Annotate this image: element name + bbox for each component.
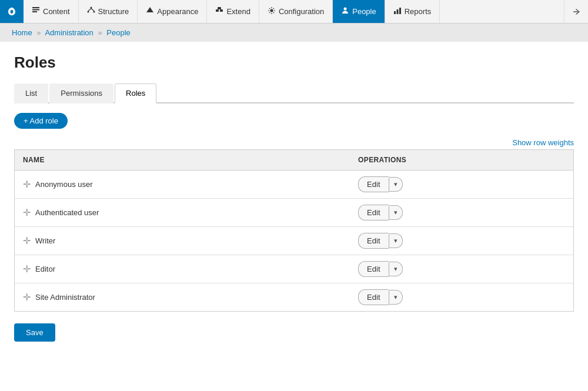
table-row: ✛ Authenticated user Edit ▾ [15,199,574,227]
edit-button[interactable]: Edit [358,261,388,277]
people-icon [341,6,349,16]
svg-point-7 [93,11,95,13]
nav-item-extend[interactable]: Extend [207,0,259,23]
configuration-icon [268,6,276,16]
nav-item-content[interactable]: Content [24,0,79,23]
extend-icon [215,6,223,16]
table-header-row: NAME OPERATIONS [15,150,574,171]
table-row: ✛ Writer Edit ▾ [15,227,574,255]
nav-item-reports[interactable]: Reports [385,0,440,23]
role-name-label: Anonymous user [35,180,93,189]
breadcrumb-sep-2: » [98,28,102,37]
role-name-cell: ✛ Writer [15,227,350,255]
svg-rect-15 [394,11,396,14]
role-name-cell: ✛ Site Administrator [15,283,350,312]
tab-permissions[interactable]: Permissions [49,83,113,103]
role-name-label: Editor [35,265,55,273]
structure-icon [87,6,95,16]
table-row: ✛ Editor Edit ▾ [15,255,574,283]
role-name-cell: ✛ Editor [15,255,350,283]
nav-item-people[interactable]: People [333,0,385,23]
nav-item-structure[interactable]: Structure [79,0,138,23]
drag-handle-icon[interactable]: ✛ [23,179,31,190]
page-title: Roles [14,54,574,72]
svg-point-5 [90,7,92,9]
table-row: ✛ Anonymous user Edit ▾ [15,171,574,199]
edit-dropdown-button[interactable]: ▾ [389,205,403,220]
svg-rect-10 [216,9,219,12]
column-operations-header: OPERATIONS [350,150,573,171]
svg-line-9 [91,9,94,11]
main-content: Roles List Permissions Roles + Add role … [0,42,588,353]
svg-point-6 [87,11,89,13]
operations-cell: Edit ▾ [350,199,573,227]
svg-rect-11 [220,9,223,12]
role-name-label: Site Administrator [35,293,95,302]
edit-button[interactable]: Edit [358,233,388,249]
svg-rect-2 [32,7,39,8]
drupal-logo[interactable] [0,0,24,23]
breadcrumb-home[interactable]: Home [12,28,32,37]
edit-dropdown-button[interactable]: ▾ [389,262,403,276]
svg-rect-4 [32,11,37,12]
breadcrumb: Home » Administration » People [0,24,588,42]
tab-roles[interactable]: Roles [115,83,156,103]
role-name-label: Authenticated user [35,208,99,217]
svg-point-13 [270,9,273,12]
edit-button[interactable]: Edit [358,289,388,305]
row-weights-container: Show row weights [14,138,574,147]
content-icon [32,6,40,16]
tab-list[interactable]: List [14,83,48,103]
breadcrumb-people[interactable]: People [106,28,130,37]
role-name-cell: ✛ Authenticated user [15,199,350,227]
svg-rect-16 [396,9,398,14]
tabs: List Permissions Roles [14,82,574,103]
operations-cell: Edit ▾ [350,255,573,283]
role-name-label: Writer [35,236,55,245]
edit-dropdown-button[interactable]: ▾ [389,290,403,305]
add-role-button[interactable]: + Add role [14,113,68,129]
nav-items: Content Structure Appearance Extend Conf… [24,0,564,23]
nav-item-configuration[interactable]: Configuration [259,0,333,23]
show-row-weights-link[interactable]: Show row weights [512,138,574,147]
roles-table: NAME OPERATIONS ✛ Anonymous user Edit ▾ … [14,149,574,312]
nav-end-toggle[interactable] [564,0,588,23]
role-name-cell: ✛ Anonymous user [15,171,350,199]
drag-handle-icon[interactable]: ✛ [23,263,31,275]
drag-handle-icon[interactable]: ✛ [23,292,31,303]
operations-cell: Edit ▾ [350,227,573,255]
breadcrumb-sep-1: » [36,28,41,37]
edit-button[interactable]: Edit [358,205,388,220]
breadcrumb-administration[interactable]: Administration [45,28,93,37]
svg-line-8 [88,9,91,11]
drag-handle-icon[interactable]: ✛ [23,235,31,246]
drag-handle-icon[interactable]: ✛ [23,207,31,218]
edit-dropdown-button[interactable]: ▾ [389,177,403,192]
svg-point-1 [11,8,13,10]
svg-rect-3 [32,9,39,11]
svg-point-14 [344,8,347,11]
appearance-icon [146,6,154,16]
save-button[interactable]: Save [14,323,55,342]
nav-item-appearance[interactable]: Appearance [138,0,207,23]
svg-rect-12 [218,7,221,9]
edit-dropdown-button[interactable]: ▾ [389,233,403,248]
table-row: ✛ Site Administrator Edit ▾ [15,283,574,312]
edit-button[interactable]: Edit [358,176,388,192]
svg-rect-17 [399,8,401,14]
column-name-header: NAME [15,150,350,171]
reports-icon [393,6,402,16]
operations-cell: Edit ▾ [350,283,573,312]
operations-cell: Edit ▾ [350,171,573,199]
top-nav: Content Structure Appearance Extend Conf… [0,0,588,24]
